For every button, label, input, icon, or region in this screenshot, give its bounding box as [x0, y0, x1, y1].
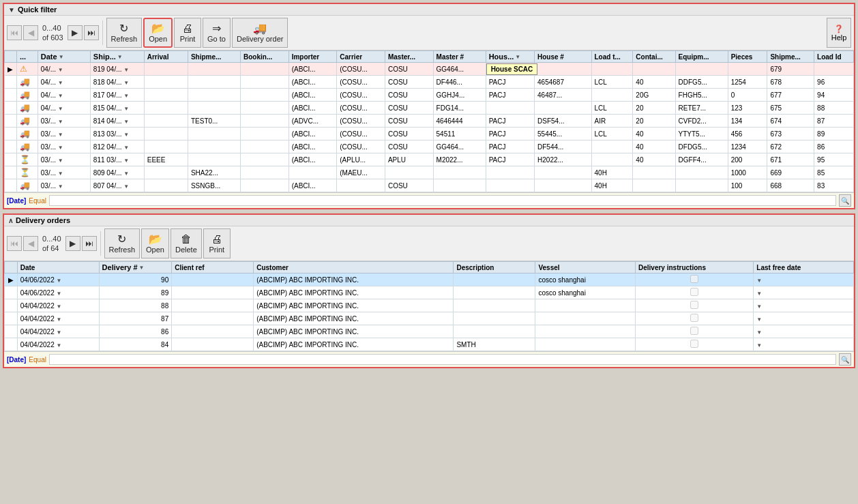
table-row[interactable]: ▶⚠04/... ▼819 04/... ▼(ABCI...(COSU...CO… — [5, 63, 854, 76]
delivery-col-dropdown[interactable]: ▼ — [139, 265, 145, 271]
table-row[interactable]: 🚚03/... ▼814 04/... ▼TEST0...(ADVC...(CO… — [5, 115, 854, 128]
table-row[interactable]: 04/04/2022 ▼84(ABCIMP) ABC IMPORTING INC… — [5, 338, 854, 351]
date-col-dropdown[interactable]: ▼ — [59, 54, 64, 60]
del-delete-button[interactable]: 🗑 Delete — [171, 228, 202, 258]
lastfree-dropdown[interactable]: ▼ — [756, 291, 762, 297]
nav-prev-button[interactable]: ◀ — [23, 25, 38, 40]
table-row[interactable]: 🚚04/... ▼817 04/... ▼(ABCI...(COSU...COS… — [5, 89, 854, 102]
table-row[interactable]: 🚚03/... ▼812 04/... ▼(ABCI...(COSU...COS… — [5, 140, 854, 153]
date-row-dropdown[interactable]: ▼ — [58, 145, 63, 151]
table-row[interactable]: 🚚04/... ▼818 04/... ▼(ABCI...(COSU...COS… — [5, 76, 854, 89]
del-date-dropdown[interactable]: ▼ — [56, 329, 61, 336]
househash-cell — [535, 63, 591, 76]
date-row-dropdown[interactable]: ▼ — [58, 80, 63, 86]
date-row-dropdown[interactable]: ▼ — [58, 183, 63, 190]
date-row-dropdown[interactable]: ▼ — [58, 132, 63, 138]
shiparr-row-dropdown[interactable]: ▼ — [123, 171, 129, 177]
th-ship[interactable]: Ship... ▼ — [90, 51, 144, 63]
date-row-dropdown[interactable]: ▼ — [58, 67, 63, 73]
lastfree-dropdown[interactable]: ▼ — [756, 342, 762, 349]
date-row-dropdown[interactable]: ▼ — [58, 106, 63, 112]
goto-icon: ⇒ — [212, 23, 221, 34]
shiparr-row-dropdown[interactable]: ▼ — [123, 145, 129, 151]
house-col-dropdown[interactable]: ▼ — [515, 54, 520, 60]
del-description-cell — [454, 286, 535, 299]
delivery-orders-toolbar: ⏮ ◀ 0...40 of 64 ▶ ⏭ ↻ Refresh 📂 Open 🗑 … — [4, 226, 854, 261]
delivery-collapse-icon[interactable]: ∧ — [8, 217, 13, 224]
shiparr-row-dropdown[interactable]: ▼ — [123, 67, 129, 73]
ship-col-dropdown[interactable]: ▼ — [117, 54, 123, 60]
ship-cell: 813 03/... ▼ — [90, 128, 144, 140]
carrier-cell: (COSU... — [337, 89, 385, 102]
del-deliveryinstr-cell — [636, 273, 754, 286]
del-date-dropdown[interactable]: ▼ — [56, 342, 61, 349]
del-open-button[interactable]: 📂 Open — [141, 228, 169, 258]
del-nav-last-button[interactable]: ⏭ — [82, 236, 97, 251]
th-house[interactable]: Hous... ▼ House SCAC — [486, 51, 534, 63]
open-button[interactable]: 📂 Open — [143, 18, 173, 48]
table-row[interactable]: ⏳03/... ▼811 03/... ▼EEEE(ABCI...(APLU..… — [5, 153, 854, 166]
table-row[interactable]: 04/06/2022 ▼89(ABCIMP) ABC IMPORTING INC… — [5, 286, 854, 299]
shiparr-row-dropdown[interactable]: ▼ — [123, 132, 129, 138]
del-print-button[interactable]: 🖨 Print — [203, 228, 231, 258]
help-icon: ❓ — [834, 25, 844, 33]
table-row[interactable]: ▶04/06/2022 ▼90(ABCIMP) ABC IMPORTING IN… — [5, 273, 854, 286]
shiparr-row-dropdown[interactable]: ▼ — [123, 158, 129, 164]
delivery-instr-checkbox[interactable] — [690, 340, 698, 348]
quick-filter-collapse-icon[interactable]: ▼ — [8, 6, 15, 14]
shiparr-row-dropdown[interactable]: ▼ — [123, 93, 129, 99]
table-row[interactable]: ⏳03/... ▼809 04/... ▼SHA22...(MAEU...40H… — [5, 166, 854, 179]
del-nav-first-button[interactable]: ⏮ — [7, 236, 22, 251]
del-date-cell: 04/04/2022 ▼ — [17, 299, 99, 312]
table-row[interactable]: 🚚04/... ▼815 04/... ▼(ABCI...(COSU...COS… — [5, 102, 854, 115]
table-row[interactable]: 04/04/2022 ▼87(ABCIMP) ABC IMPORTING INC… — [5, 312, 854, 325]
refresh-button[interactable]: ↻ Refresh — [106, 18, 143, 48]
delivery-instr-checkbox[interactable] — [690, 301, 698, 309]
del-nav-play-button[interactable]: ▶ — [65, 236, 80, 251]
shiparr-row-dropdown[interactable]: ▼ — [123, 80, 129, 86]
importer-cell: (ABCI... — [289, 140, 337, 153]
del-date-dropdown[interactable]: ▼ — [56, 316, 61, 323]
delivery-instr-checkbox[interactable] — [690, 327, 698, 335]
goto-button[interactable]: ⇒ Go to — [203, 18, 231, 48]
date-row-dropdown[interactable]: ▼ — [58, 119, 63, 125]
print-button[interactable]: 🖨 Print — [174, 18, 201, 48]
date-row-dropdown[interactable]: ▼ — [58, 171, 63, 177]
loadt-cell: LCL — [591, 128, 633, 140]
delivery-instr-checkbox[interactable] — [690, 314, 698, 322]
del-nav-prev-button[interactable]: ◀ — [23, 236, 38, 251]
del-refresh-button[interactable]: ↻ Refresh — [104, 228, 140, 258]
del-date-dropdown[interactable]: ▼ — [56, 291, 61, 297]
lastfree-dropdown[interactable]: ▼ — [756, 278, 762, 284]
table-row[interactable]: 04/04/2022 ▼86(ABCIMP) ABC IMPORTING INC… — [5, 325, 854, 338]
del-date-dropdown[interactable]: ▼ — [56, 303, 61, 310]
house-cell — [486, 102, 534, 115]
lastfree-dropdown[interactable]: ▼ — [756, 303, 762, 310]
quick-filter-input[interactable] — [49, 195, 836, 206]
nav-first-button[interactable]: ⏮ — [7, 25, 22, 40]
th-date[interactable]: Date ▼ — [38, 51, 90, 63]
lastfree-dropdown[interactable]: ▼ — [756, 329, 762, 336]
table-row[interactable]: 04/04/2022 ▼88(ABCIMP) ABC IMPORTING INC… — [5, 299, 854, 312]
table-row[interactable]: 🚚03/... ▼813 03/... ▼(ABCI...(COSU...COS… — [5, 128, 854, 140]
shiparr-row-dropdown[interactable]: ▼ — [123, 106, 129, 112]
table-row[interactable]: 🚚03/... ▼807 04/... ▼SSNGB...(ABCI...COS… — [5, 179, 854, 192]
masterhash-cell — [433, 179, 486, 192]
help-button[interactable]: ❓ Help — [827, 18, 851, 48]
date-row-dropdown[interactable]: ▼ — [58, 93, 63, 99]
delivery-filter-input[interactable] — [49, 354, 836, 365]
lastfree-dropdown[interactable]: ▼ — [756, 316, 762, 323]
nav-last-button[interactable]: ⏭ — [84, 25, 99, 40]
delivery-order-button[interactable]: 🚚 Delivery order — [232, 18, 288, 48]
loadt-cell — [591, 153, 633, 166]
nav-play-button[interactable]: ▶ — [68, 25, 83, 40]
shiparr-row-dropdown[interactable]: ▼ — [123, 119, 129, 125]
quick-filter-search-button[interactable]: 🔍 — [839, 194, 851, 207]
delivery-instr-checkbox[interactable] — [690, 288, 698, 296]
date-row-dropdown[interactable]: ▼ — [58, 158, 63, 164]
delivery-instr-checkbox[interactable] — [690, 275, 698, 283]
shiparr-row-dropdown[interactable]: ▼ — [123, 183, 129, 190]
del-description-cell: SMTH — [454, 338, 535, 351]
del-date-dropdown[interactable]: ▼ — [56, 278, 61, 284]
delivery-filter-search-button[interactable]: 🔍 — [839, 353, 851, 366]
